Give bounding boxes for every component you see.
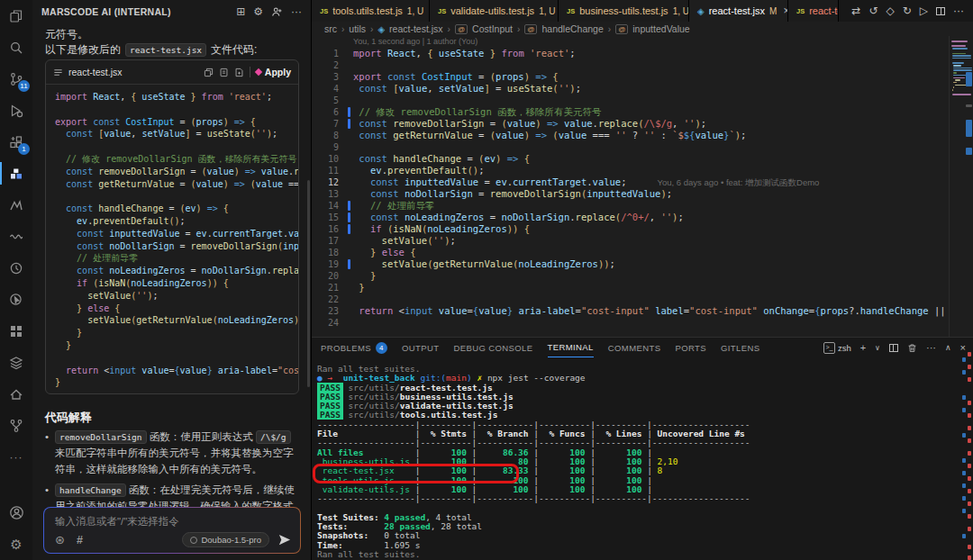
home-icon[interactable] xyxy=(0,378,32,410)
terminal-ruler-mark xyxy=(968,401,971,405)
model-selector[interactable]: Doubao-1.5-pro xyxy=(182,532,269,547)
code-line: 23 return <input value={value} aria-labe… xyxy=(312,305,949,317)
ai-code-line: const handleChange = (ev) => { xyxy=(55,203,289,215)
grid-icon[interactable] xyxy=(0,315,32,347)
minimap-line xyxy=(953,65,961,67)
run-debug-icon[interactable] xyxy=(0,95,32,126)
panel-tab-comments[interactable]: COMMENTS xyxy=(608,338,661,357)
context-hash-icon[interactable]: # xyxy=(77,534,83,546)
marscode-ai-icon[interactable] xyxy=(0,158,32,189)
source-control-icon[interactable]: 11 xyxy=(0,63,32,95)
compare-icon[interactable]: ◇ xyxy=(886,5,894,17)
insert-code-icon[interactable] xyxy=(219,68,229,77)
terminal-ruler-mark xyxy=(968,514,971,519)
run-file-icon[interactable]: ▷ xyxy=(920,5,928,17)
chat-input[interactable]: 输入消息或者"/"来选择指令 ⊛ # Doubao-1.5-pro xyxy=(43,507,301,554)
line-number: 8 xyxy=(312,130,339,141)
marscode-icon[interactable] xyxy=(0,189,32,221)
shell-selector[interactable]: >_zsh xyxy=(823,342,851,354)
ai-code-line: // 修改 removeDollarSign 函数，移除所有美元符号 xyxy=(55,153,289,166)
breadcrumb-separator: › xyxy=(517,24,520,34)
panel-tab-debug-console[interactable]: DEBUG CONSOLE xyxy=(453,338,532,357)
extensions-icon[interactable]: 1 xyxy=(0,126,32,158)
search-icon[interactable] xyxy=(0,32,32,63)
explorer-icon[interactable] xyxy=(0,0,32,32)
copy-icon[interactable] xyxy=(204,68,214,77)
panel-tab-problems[interactable]: PROBLEMS4 xyxy=(321,338,387,357)
code-line: 22 xyxy=(312,294,949,305)
open-changes-icon[interactable]: ⇄ xyxy=(851,5,860,17)
breadcrumb-item[interactable]: inputtedValue xyxy=(632,23,689,34)
apply-button[interactable]: Apply xyxy=(256,67,291,77)
ai-code-line: return <input value={value} aria-label="… xyxy=(55,365,289,377)
terminal-output[interactable]: Ran all test suites.● → unit-test_back g… xyxy=(317,365,750,559)
breadcrumb-item[interactable]: utils xyxy=(349,23,366,34)
split-terminal-icon[interactable] xyxy=(889,344,898,352)
ai-panel-scrollbar[interactable] xyxy=(307,180,310,387)
code-line: 4 const [value, setValue] = useState('')… xyxy=(312,83,949,95)
symbol-icon: @ xyxy=(615,24,628,34)
panel-tab-terminal[interactable]: TERMINAL xyxy=(548,338,594,357)
panel-tabs: PROBLEMS4OUTPUTDEBUG CONSOLETERMINALCOMM… xyxy=(321,338,759,357)
js-file-icon: JS xyxy=(438,7,446,15)
new-chat-icon[interactable]: ⊞ xyxy=(236,5,245,18)
line-number: 15 xyxy=(312,212,339,223)
code-line: 8 const getReturnValue = (value) => (val… xyxy=(312,130,949,141)
breadcrumb-item[interactable]: CostInput xyxy=(472,23,513,34)
ai-code-line: export const CostInput = (props) => { xyxy=(55,116,289,129)
editor-tab-react-test.jsx[interactable]: ◈react-test.jsxM× xyxy=(689,0,788,22)
terminal-ruler-mark xyxy=(968,365,971,369)
minimap-line xyxy=(953,72,957,74)
panel-more-icon[interactable]: ··· xyxy=(926,342,936,353)
breadcrumb-separator: › xyxy=(448,24,450,34)
tab-status: 1, U xyxy=(673,6,689,16)
new-terminal-icon[interactable]: + xyxy=(860,342,866,353)
panel-tab-ports[interactable]: PORTS xyxy=(675,338,706,357)
wave-icon[interactable] xyxy=(0,221,32,252)
layers-icon[interactable] xyxy=(0,347,32,378)
maximize-panel-icon[interactable]: ∧ xyxy=(945,343,951,352)
send-icon[interactable] xyxy=(277,533,291,546)
editor-tab-validate-utils.test.js[interactable]: JSvalidate-utils.test.js1, U xyxy=(430,0,559,22)
invite-icon[interactable] xyxy=(271,6,283,18)
new-file-icon[interactable] xyxy=(234,68,244,77)
terminal-ruler-mark xyxy=(968,545,971,549)
editor-tab-react-te[interactable]: JSreact-te xyxy=(788,0,839,22)
navigate-forward-icon[interactable]: ↻ xyxy=(903,5,912,17)
ai-code-line: const removeDollarSign = (value) => valu… xyxy=(55,166,289,178)
ai-code-line: } else { xyxy=(55,303,289,315)
minimap-line xyxy=(952,53,966,55)
editor-actions: ⇄ ↺ ◇ ↻ ▷ ··· xyxy=(842,0,973,22)
code-line: 19 setValue(getReturnValue(noLeadingZero… xyxy=(312,258,949,270)
editor-tab-business-utils.test.js[interactable]: JSbusiness-utils.test.js1, U xyxy=(559,0,689,22)
commands-icon[interactable]: ⊛ xyxy=(55,533,65,546)
ai-settings-icon[interactable]: ⚙ xyxy=(253,5,263,18)
kill-terminal-icon[interactable] xyxy=(907,343,917,353)
ai-code-line: } xyxy=(55,376,289,389)
workflow-icon[interactable] xyxy=(0,410,32,441)
close-panel-icon[interactable]: × xyxy=(960,342,966,353)
history-icon[interactable] xyxy=(0,252,32,284)
live-pointer-icon[interactable] xyxy=(0,284,32,315)
breadcrumb-item[interactable]: src xyxy=(324,23,337,34)
breadcrumb-item[interactable]: handleChange xyxy=(541,23,603,34)
more-tools-icon[interactable]: ··· xyxy=(0,441,32,473)
panel-tab-output[interactable]: OUTPUT xyxy=(402,338,439,357)
react-file-icon: ◈ xyxy=(377,24,385,34)
editor-code-area[interactable]: You, 1 second ago | 1 author (You) 1mpor… xyxy=(312,36,949,337)
js-file-icon: JS xyxy=(796,7,805,15)
panel-tab-gitlens[interactable]: GITLENS xyxy=(721,338,759,357)
terminal-dropdown-icon[interactable]: ∨ xyxy=(875,344,880,352)
breadcrumb-item[interactable]: react-test.jsx xyxy=(389,23,443,34)
navigate-back-icon[interactable]: ↺ xyxy=(868,5,878,17)
editor-tab-tools.utils.test.js[interactable]: JStools.utils.test.js1, U xyxy=(312,0,430,22)
terminal-ruler-mark xyxy=(968,377,971,382)
ai-message-tail: 元符号。 xyxy=(45,27,88,42)
split-editor-icon[interactable] xyxy=(936,7,945,15)
symbol-icon: @ xyxy=(455,24,468,34)
ai-code-line: const noDollarSign = removeDollarSign(in… xyxy=(55,240,289,253)
settings-gear-icon[interactable]: ⚙ xyxy=(0,528,32,560)
ai-more-icon[interactable]: ··· xyxy=(291,5,302,18)
editor-more-icon[interactable]: ··· xyxy=(953,5,964,17)
account-icon[interactable] xyxy=(0,497,32,528)
